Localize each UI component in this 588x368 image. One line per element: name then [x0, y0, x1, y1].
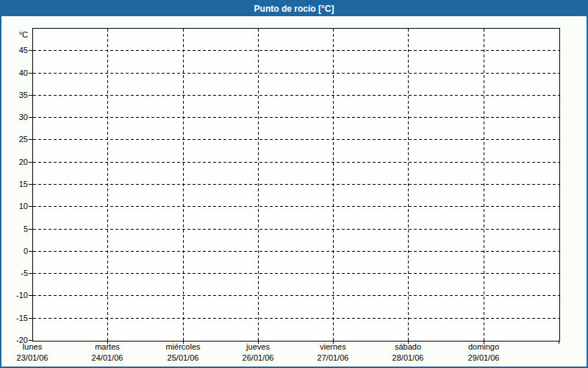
y-axis-tick [29, 73, 32, 74]
y-gridline [33, 184, 559, 185]
chart-title: Punto de rocío [°C] [254, 4, 334, 14]
day-name-label: viernes [318, 342, 349, 353]
day-date-label: 25/01/06 [165, 353, 200, 364]
y-gridline [33, 273, 559, 274]
x-axis-tick [559, 341, 559, 344]
y-axis-tick [29, 251, 32, 252]
y-axis-tick [29, 50, 32, 51]
day-name-label: jueves [243, 342, 274, 353]
day-name-label: miércoles [165, 342, 200, 353]
y-gridline [33, 206, 559, 207]
y-gridline [33, 139, 559, 140]
y-axis-tick-label: -20 [1, 335, 28, 345]
x-axis-day-label: domingo29/01/06 [468, 342, 500, 364]
y-axis-tick-label: 40 [1, 68, 28, 78]
plot-area [32, 28, 560, 342]
y-axis-tick [29, 162, 32, 163]
x-gridline [408, 29, 409, 341]
x-axis-day-label: miércoles25/01/06 [165, 342, 200, 364]
y-gridline [33, 318, 559, 319]
y-axis-tick [29, 117, 32, 118]
y-axis-tick [29, 184, 32, 185]
y-gridline [33, 229, 559, 230]
x-gridline [333, 29, 334, 341]
y-axis-tick [29, 95, 32, 96]
y-axis-tick [29, 340, 32, 341]
day-name-label: sábado [392, 342, 424, 353]
y-axis-tick-label: 20 [1, 157, 28, 167]
day-name-label: domingo [468, 342, 500, 353]
y-axis-tick-label: 10 [1, 201, 28, 211]
y-axis-tick-label: 0 [1, 246, 28, 256]
y-gridline [33, 162, 559, 163]
y-gridline [33, 117, 559, 118]
x-gridline [484, 29, 484, 341]
y-gridline [33, 73, 559, 74]
y-gridline [33, 295, 559, 296]
x-gridline [107, 29, 108, 341]
x-axis-day-label: martes24/01/06 [92, 342, 123, 364]
y-axis-tick [29, 139, 32, 140]
y-axis-tick-label: 5 [1, 224, 28, 234]
y-axis-tick [29, 295, 32, 296]
chart-title-bar: Punto de rocío [°C] [1, 1, 587, 16]
y-axis-tick [29, 318, 32, 319]
y-axis-tick-label: 15 [1, 179, 28, 189]
y-gridline [33, 50, 559, 51]
day-name-label: martes [92, 342, 123, 353]
x-axis-day-label: jueves26/01/06 [243, 342, 274, 364]
y-axis-unit-label: °C [1, 30, 28, 39]
y-axis-tick-label: 45 [1, 45, 28, 55]
y-axis-tick [29, 273, 32, 274]
x-axis-day-label: viernes27/01/06 [318, 342, 349, 364]
x-gridline [183, 29, 184, 341]
x-axis-day-label: sábado28/01/06 [392, 342, 424, 364]
day-date-label: 28/01/06 [392, 353, 424, 364]
y-axis-tick [29, 229, 32, 230]
y-axis-tick-label: -10 [1, 290, 28, 300]
y-axis-tick [29, 206, 32, 207]
day-date-label: 24/01/06 [92, 353, 123, 364]
y-gridline [33, 251, 559, 252]
y-axis-tick-label: -15 [1, 313, 28, 323]
chart-window: Punto de rocío [°C] °C lunes23/01/06mart… [0, 0, 588, 368]
day-date-label: 27/01/06 [318, 353, 349, 364]
y-gridline [33, 95, 559, 96]
day-date-label: 23/01/06 [17, 353, 49, 364]
y-axis-tick-label: 30 [1, 112, 28, 122]
day-date-label: 26/01/06 [243, 353, 274, 364]
y-axis-tick-label: 25 [1, 134, 28, 144]
y-axis-tick-label: 35 [1, 90, 28, 100]
x-gridline [258, 29, 259, 341]
y-axis-tick-label: -5 [1, 268, 28, 278]
day-date-label: 29/01/06 [468, 353, 500, 364]
